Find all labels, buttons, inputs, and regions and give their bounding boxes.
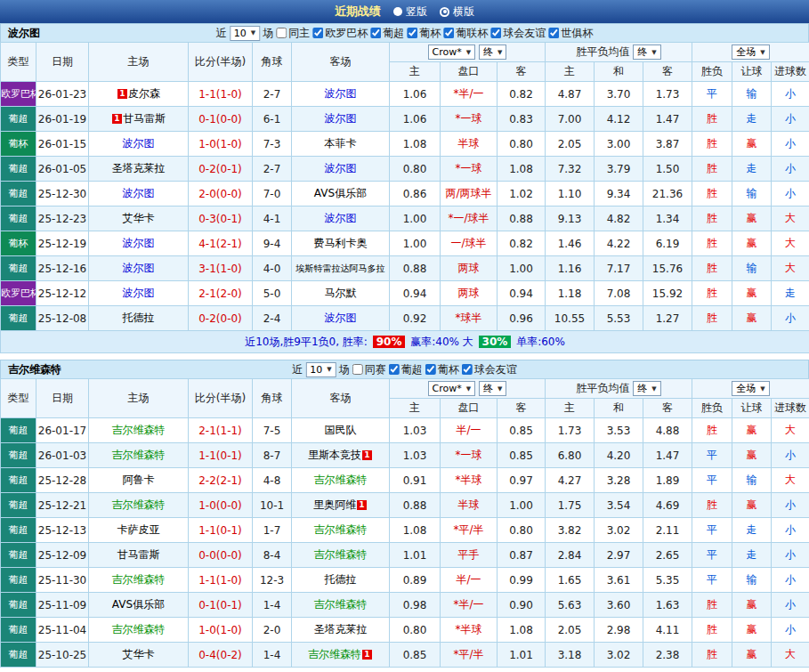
filter-checkbox[interactable] bbox=[462, 364, 473, 375]
bookmaker-select[interactable]: Crow*▼ bbox=[428, 381, 476, 396]
filter-球会友谊[interactable]: 球会友谊 bbox=[462, 362, 517, 377]
team-cell-opponent[interactable]: 费马利卡奥 bbox=[292, 231, 390, 256]
team-cell-opponent[interactable]: 马尔默 bbox=[292, 281, 390, 306]
team-cell-opponent[interactable]: 阿鲁卡 bbox=[89, 468, 189, 493]
score-cell: 1-1(1-0) bbox=[189, 82, 253, 107]
filter-checkbox[interactable] bbox=[407, 28, 417, 38]
filter-葡联杯[interactable]: 葡联杯 bbox=[443, 26, 488, 41]
team-cell-opponent[interactable]: 托德拉 bbox=[89, 306, 189, 331]
team-cell-opponent[interactable]: 里奥阿维1 bbox=[292, 493, 390, 518]
score-cell: 1-1(0-1) bbox=[189, 518, 253, 543]
odds-period-select-value: 终 bbox=[483, 45, 493, 59]
filter-葡杯[interactable]: 葡杯 bbox=[407, 26, 441, 41]
avg-home-odds: 10.55 bbox=[546, 306, 595, 331]
recent-count-select[interactable]: 10▼ bbox=[230, 26, 260, 41]
ah-away-odds: 0.96 bbox=[498, 306, 546, 331]
team-cell-opponent[interactable]: AVS俱乐部 bbox=[89, 593, 189, 618]
ah-line: *一/球半 bbox=[441, 206, 498, 231]
team-cell-self[interactable]: 波尔图 bbox=[89, 281, 189, 306]
team-cell-opponent[interactable]: 艾华卡 bbox=[89, 643, 189, 668]
team-cell-self[interactable]: 吉尔维森特 bbox=[292, 593, 390, 618]
filter-checkbox[interactable] bbox=[425, 364, 436, 375]
team-cell-opponent[interactable]: 圣塔克莱拉 bbox=[89, 157, 189, 182]
score-cell: 0-2(0-0) bbox=[189, 306, 253, 331]
filter-checkbox[interactable] bbox=[548, 28, 559, 38]
ah-home-odds: 1.01 bbox=[390, 543, 441, 568]
scope-select[interactable]: 全场▼ bbox=[732, 381, 769, 396]
ah-line: *一球 bbox=[441, 157, 498, 182]
team-cell-opponent[interactable]: 国民队 bbox=[292, 418, 390, 443]
team-header-bar: 波尔图近10▼场同主欧罗巴杯葡超葡杯葡联杯球会友谊世俱杯 bbox=[0, 23, 809, 42]
filter-checkbox[interactable] bbox=[276, 28, 287, 38]
team-cell-opponent[interactable]: 本菲卡 bbox=[292, 132, 390, 157]
radio-horizontal[interactable]: 横版 bbox=[440, 4, 474, 20]
team-cell-self[interactable]: 波尔图 bbox=[292, 107, 390, 132]
filter-球会友谊[interactable]: 球会友谊 bbox=[490, 26, 546, 41]
team-cell-self[interactable]: 吉尔维森特 bbox=[89, 568, 189, 593]
odds-period-select[interactable]: 终▼ bbox=[479, 381, 506, 396]
team-cell-self[interactable]: 吉尔维森特 bbox=[89, 618, 189, 643]
bookmaker-select[interactable]: Crow*▼ bbox=[428, 45, 476, 60]
team-cell-opponent[interactable]: 卡萨皮亚 bbox=[89, 518, 189, 543]
team-cell-opponent[interactable]: AVS俱乐部 bbox=[292, 182, 390, 206]
team-cell-opponent[interactable]: 埃斯特雷拉达阿马多拉 bbox=[292, 256, 390, 281]
filter-checkbox[interactable] bbox=[443, 28, 454, 38]
result-handicap: 赢 bbox=[732, 306, 772, 331]
team-cell-self[interactable]: 波尔图 bbox=[89, 231, 189, 256]
sub-column-header: 让球 bbox=[732, 62, 772, 82]
column-header: 比分(半场) bbox=[189, 43, 253, 82]
avg-period-select[interactable]: 终▼ bbox=[633, 381, 660, 396]
team-cell-self[interactable]: 波尔图 bbox=[292, 306, 390, 331]
date-cell: 25-10-25 bbox=[36, 643, 89, 668]
recent-label: 近 bbox=[292, 362, 303, 377]
ah-home-odds: 1.03 bbox=[390, 443, 441, 468]
team-cell-opponent[interactable]: 1皮尔森 bbox=[89, 82, 189, 107]
filter-checkbox[interactable] bbox=[389, 364, 400, 375]
team-cell-self[interactable]: 波尔图 bbox=[89, 132, 189, 157]
filter-葡超[interactable]: 葡超 bbox=[370, 26, 404, 41]
team-cell-self[interactable]: 吉尔维森特 bbox=[292, 468, 390, 493]
match-row: 葡超25-12-28阿鲁卡2-2(2-1)4-8吉尔维森特0.91*半球0.97… bbox=[1, 468, 809, 493]
chevron-down-icon: ▼ bbox=[651, 385, 656, 393]
team-cell-self[interactable]: 吉尔维森特 bbox=[89, 418, 189, 443]
team-cell-opponent[interactable]: 艾华卡 bbox=[89, 206, 189, 231]
team-cell-self[interactable]: 波尔图 bbox=[89, 182, 189, 206]
ah-away-odds: 0.80 bbox=[498, 132, 546, 157]
chevron-down-icon: ▼ bbox=[251, 29, 255, 36]
filter-checkbox[interactable] bbox=[312, 28, 323, 38]
filter-checkbox[interactable] bbox=[490, 28, 501, 38]
type-cell: 葡超 bbox=[1, 593, 36, 618]
team-cell-opponent[interactable]: 托德拉 bbox=[292, 568, 390, 593]
filter-同主[interactable]: 同主 bbox=[276, 26, 310, 41]
filter-checkbox[interactable] bbox=[370, 28, 381, 38]
team-cell-opponent[interactable]: 圣塔克莱拉 bbox=[292, 618, 390, 643]
recent-count-select[interactable]: 10▼ bbox=[305, 362, 336, 377]
team-cell-self[interactable]: 吉尔维森特 bbox=[89, 443, 189, 468]
filter-葡超[interactable]: 葡超 bbox=[389, 362, 423, 377]
team-cell-opponent[interactable]: 里斯本竞技1 bbox=[292, 443, 390, 468]
result-goals: 小 bbox=[772, 493, 809, 518]
team-cell-self[interactable]: 吉尔维森特 bbox=[89, 493, 189, 518]
radio-vertical[interactable]: 竖版 bbox=[393, 4, 427, 20]
filter-世俱杯[interactable]: 世俱杯 bbox=[548, 26, 593, 41]
team-cell-self[interactable]: 吉尔维森特1 bbox=[292, 643, 390, 668]
filter-葡杯[interactable]: 葡杯 bbox=[425, 362, 459, 377]
team-cell-self[interactable]: 波尔图 bbox=[89, 256, 189, 281]
sub-column-header: 主 bbox=[546, 399, 595, 418]
team-cell-self[interactable]: 吉尔维森特 bbox=[292, 543, 390, 568]
odds-period-select[interactable]: 终▼ bbox=[479, 45, 506, 60]
team-cell-self[interactable]: 波尔图 bbox=[292, 206, 390, 231]
team-cell-self[interactable]: 吉尔维森特 bbox=[292, 518, 390, 543]
team-cell-self[interactable]: 波尔图 bbox=[292, 82, 390, 107]
filter-同赛[interactable]: 同赛 bbox=[352, 362, 386, 377]
team-cell-self[interactable]: 波尔图 bbox=[292, 157, 390, 182]
avg-period-select[interactable]: 终▼ bbox=[633, 45, 660, 60]
team-cell-opponent[interactable]: 1甘马雷斯 bbox=[89, 107, 189, 132]
filter-欧罗巴杯[interactable]: 欧罗巴杯 bbox=[312, 26, 368, 41]
scope-select[interactable]: 全场▼ bbox=[732, 45, 769, 60]
filter-checkbox[interactable] bbox=[352, 364, 363, 375]
avg-away-odds: 21.36 bbox=[643, 182, 692, 206]
date-cell: 26-01-05 bbox=[36, 157, 89, 182]
ah-home-odds: 0.92 bbox=[390, 306, 441, 331]
team-cell-opponent[interactable]: 甘马雷斯 bbox=[89, 543, 189, 568]
